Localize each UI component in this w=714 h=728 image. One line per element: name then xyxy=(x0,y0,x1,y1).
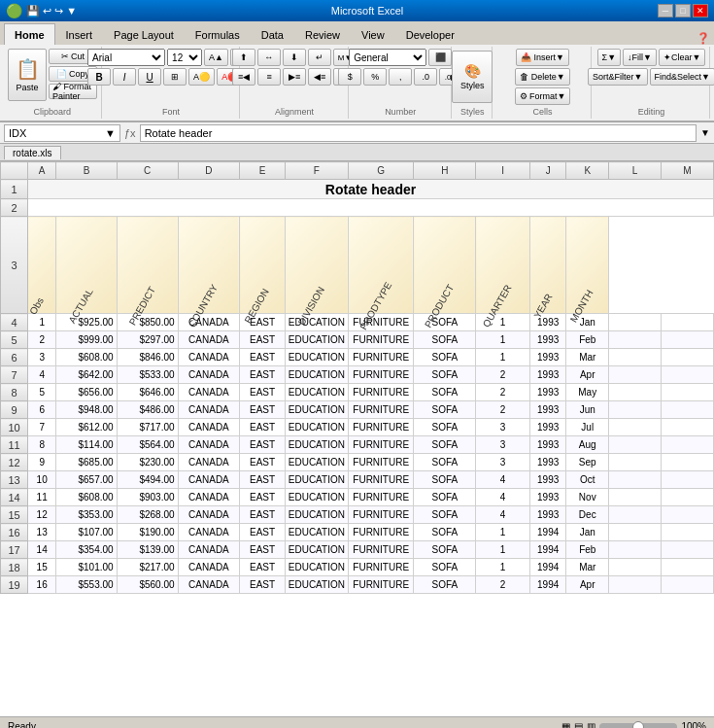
find-select-btn[interactable]: Find&Select▼ xyxy=(650,68,715,86)
font-family-select[interactable]: Arial xyxy=(87,49,165,66)
tab-data[interactable]: Data xyxy=(251,23,294,45)
tab-home[interactable]: Home xyxy=(4,23,55,45)
col-D[interactable]: D xyxy=(178,162,240,180)
view-normal-btn[interactable]: ▦ xyxy=(561,721,570,728)
table-row: 11 8 $114.00 $564.00 CANADA EAST EDUCATI… xyxy=(1,436,714,454)
tab-review[interactable]: Review xyxy=(294,23,351,45)
minimize-btn[interactable]: ─ xyxy=(658,4,673,17)
font-label: Font xyxy=(162,105,180,117)
header-actual: ACTUAL xyxy=(56,217,117,314)
sheet-tab[interactable]: rotate.xls xyxy=(4,146,61,159)
view-page-break-btn[interactable]: ▥ xyxy=(587,721,595,728)
zoom-level: 100% xyxy=(681,721,706,728)
name-box-dropdown[interactable]: ▼ xyxy=(105,127,116,139)
zoom-thumb[interactable] xyxy=(632,721,644,729)
col-E[interactable]: E xyxy=(240,162,285,180)
col-K[interactable]: K xyxy=(566,162,609,180)
tab-formulas[interactable]: Formulas xyxy=(185,23,251,45)
currency-btn[interactable]: $ xyxy=(338,68,361,86)
header-predict: PREDICT xyxy=(117,217,178,314)
table-row: 9 6 $948.00 $486.00 CANADA EAST EDUCATIO… xyxy=(1,401,714,419)
view-layout-btn[interactable]: ▤ xyxy=(574,721,583,728)
align-top-btn[interactable]: ⬆ xyxy=(232,49,255,66)
name-box[interactable]: IDX ▼ xyxy=(4,124,120,142)
col-L[interactable]: L xyxy=(609,162,662,180)
row-header-2: 2 xyxy=(1,199,28,217)
wrap-text-btn[interactable]: ↵ xyxy=(308,49,331,66)
table-row: 14 11 $608.00 $903.00 CANADA EAST EDUCAT… xyxy=(1,489,714,506)
group-number: General ⬛ $ % , .0 .0▶ Number xyxy=(351,47,452,119)
table-row: 19 16 $553.00 $560.00 CANADA EAST EDUCAT… xyxy=(1,576,714,594)
col-C[interactable]: C xyxy=(117,162,178,180)
alignment-label: Alignment xyxy=(275,105,314,117)
row-3-headers: 3 Obs ACTUAL PREDICT COUNTRY xyxy=(1,217,714,314)
formula-bar: IDX ▼ ƒx ▼ xyxy=(0,122,714,144)
group-font: Arial 12 A▲ A▼ B I U ⊞ A🟡 A🔴 Font xyxy=(104,47,240,119)
align-bottom-btn[interactable]: ⬇ xyxy=(283,49,306,66)
tab-view[interactable]: View xyxy=(351,23,395,45)
tab-pagelayout[interactable]: Page Layout xyxy=(103,23,185,45)
row-2: 2 xyxy=(1,199,714,217)
fill-color-btn[interactable]: A🟡 xyxy=(188,68,215,86)
col-G[interactable]: G xyxy=(348,162,414,180)
paste-button[interactable]: 📋 Paste xyxy=(8,49,47,101)
cell-prodtype-1[interactable]: FURNITURE xyxy=(348,314,414,331)
number-format-select[interactable]: General xyxy=(349,49,426,66)
underline-btn[interactable]: U xyxy=(138,68,161,86)
format-btn[interactable]: ⚙ Format▼ xyxy=(515,87,571,105)
col-A[interactable]: A xyxy=(28,162,56,180)
tab-insert[interactable]: Insert xyxy=(55,23,104,45)
align-right-btn[interactable]: ▶≡ xyxy=(283,68,306,86)
italic-btn[interactable]: I xyxy=(113,68,136,86)
title-cell: Rotate header xyxy=(28,180,714,199)
cell-actual-1[interactable]: $925.00 xyxy=(56,314,117,331)
formula-expand[interactable]: ▼ xyxy=(700,127,710,138)
sort-filter-btn[interactable]: Sort&Filter▼ xyxy=(588,68,647,86)
app-icon: 🟢 xyxy=(6,3,22,18)
font-size-select[interactable]: 12 xyxy=(167,49,202,66)
formula-input[interactable] xyxy=(140,124,697,142)
title-bar: 🟢 💾 ↩ ↪ ▼ Microsoft Excel ─ □ ✕ xyxy=(0,0,714,21)
close-btn[interactable]: ✕ xyxy=(693,4,708,17)
cell-predict-1[interactable]: $850.00 xyxy=(117,314,178,331)
align-left-btn[interactable]: ≡◀ xyxy=(232,68,255,86)
col-B[interactable]: B xyxy=(56,162,117,180)
help-icon[interactable]: ❓ xyxy=(697,32,714,45)
border-btn[interactable]: ⊞ xyxy=(163,68,187,86)
col-I[interactable]: I xyxy=(476,162,530,180)
indent-dec-btn[interactable]: ◀≡ xyxy=(308,68,331,86)
clear-btn[interactable]: ✦Clear▼ xyxy=(659,49,705,66)
insert-btn[interactable]: 📥 Insert▼ xyxy=(516,49,569,66)
bold-btn[interactable]: B xyxy=(87,68,111,86)
ribbon-tabs: Home Insert Page Layout Formulas Data Re… xyxy=(0,21,714,45)
align-center-btn[interactable]: ≡ xyxy=(257,68,281,86)
table-row: 15 12 $353.00 $268.00 CANADA EAST EDUCAT… xyxy=(1,506,714,524)
cell-m-1 xyxy=(662,314,714,331)
group-alignment: ⬆ ↔ ⬇ ↵ M▼ ≡◀ ≡ ▶≡ ◀≡ ≡▶ Alignment xyxy=(242,47,349,119)
increase-font-btn[interactable]: A▲ xyxy=(204,49,228,66)
align-middle-btn[interactable]: ↔ xyxy=(257,49,281,66)
cell-obs-1[interactable]: 1 xyxy=(28,314,56,331)
format-dialog-btn[interactable]: ⬛ xyxy=(428,49,452,66)
col-H[interactable]: H xyxy=(414,162,476,180)
cells-label: Cells xyxy=(532,105,552,117)
autosum-btn[interactable]: Σ▼ xyxy=(597,49,621,66)
dec-inc-btn[interactable]: .0 xyxy=(414,68,437,86)
fill-btn[interactable]: ↓Fill▼ xyxy=(623,49,657,66)
comma-btn[interactable]: , xyxy=(389,68,412,86)
cell-division-1[interactable]: EDUCATION xyxy=(285,314,348,331)
maximize-btn[interactable]: □ xyxy=(675,4,691,17)
table-row: 13 10 $657.00 $494.00 CANADA EAST EDUCAT… xyxy=(1,471,714,489)
delete-btn[interactable]: 🗑 Delete▼ xyxy=(515,68,569,86)
col-J[interactable]: J xyxy=(529,162,565,180)
title-text: Rotate header xyxy=(325,182,416,197)
tab-developer[interactable]: Developer xyxy=(395,23,465,45)
zoom-bar[interactable] xyxy=(599,723,677,729)
styles-button[interactable]: 🎨 Styles xyxy=(452,51,493,103)
header-empty-m xyxy=(662,217,714,314)
col-F[interactable]: F xyxy=(285,162,348,180)
table-row: 6 3 $608.00 $846.00 CANADA EAST EDUCATIO… xyxy=(1,349,714,366)
grid: A B C D E F G H I J K L M 1 Rotate heade… xyxy=(0,161,714,594)
percent-btn[interactable]: % xyxy=(363,68,387,86)
col-M[interactable]: M xyxy=(662,162,714,180)
